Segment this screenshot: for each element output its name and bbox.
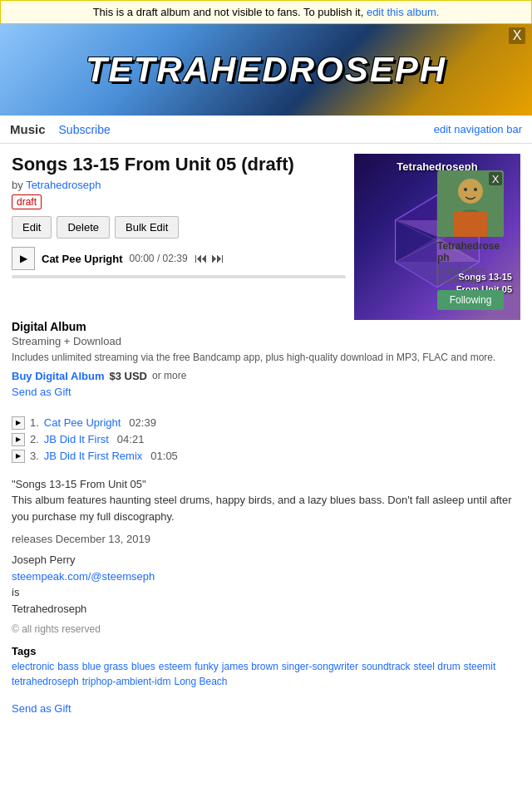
release-date: releases December 13, 2019 <box>12 533 520 545</box>
tag-funky[interactable]: funky <box>195 661 219 672</box>
tags-title: Tags <box>12 645 520 657</box>
follow-button[interactable]: Following <box>437 290 504 310</box>
player-prev-next[interactable]: ⏮ ⏭ <box>195 251 224 266</box>
sidebar-artist-name: Tetrahedroseph <box>437 240 520 263</box>
track-2-link[interactable]: JB Did It First <box>44 433 109 445</box>
player-time: 00:00 / 02:39 <box>130 253 188 264</box>
by-text: by <box>12 179 23 191</box>
nav-bar: Music Subscribe edit navigation bar <box>0 116 532 144</box>
buy-section: Buy Digital Album $3 USD or more <box>12 370 520 382</box>
artist-info: Joseph Perry steempeak.com/@steemseph is… <box>12 552 520 617</box>
edit-album-link[interactable]: edit this album. <box>367 6 439 18</box>
send-as-gift-link-bottom[interactable]: Send as Gift <box>12 702 520 715</box>
tag-steemit[interactable]: steemit <box>464 661 496 672</box>
prev-icon[interactable]: ⏮ <box>195 251 208 266</box>
header-close-icon[interactable]: X <box>509 27 525 44</box>
artist-site-link[interactable]: steempeak.com/@steemseph <box>12 570 155 583</box>
nav-edit-bar-link[interactable]: edit navigation bar <box>434 123 522 135</box>
next-icon[interactable]: ⏭ <box>211 251 224 266</box>
bottom-gift-section: Send as Gift <box>12 702 520 723</box>
description-body: This album features haunting steel drums… <box>12 492 520 524</box>
header-image: TETRAHEDROSEPH X <box>0 24 532 116</box>
tag-bass[interactable]: bass <box>57 661 78 672</box>
track-2-duration: 04:21 <box>117 433 145 445</box>
track-item-3: ▶ 3. JB Did It First Remix 01:05 <box>12 450 520 463</box>
digital-section: Digital Album Streaming + Download Inclu… <box>12 320 520 406</box>
tag-electronic[interactable]: electronic <box>12 661 54 672</box>
artist-alias: Tetrahedroseph <box>12 601 520 617</box>
description-quote: "Songs 13-15 From Unit 05" <box>12 476 520 493</box>
track-1-duration: 02:39 <box>129 416 156 429</box>
delete-button[interactable]: Delete <box>57 216 110 239</box>
avatar-close-icon[interactable]: X <box>489 172 502 185</box>
site-title: TETRAHEDROSEPH <box>86 50 446 90</box>
artist-avatar: X <box>437 170 504 237</box>
track-3-num: 3. <box>30 450 39 462</box>
progress-bar-container <box>12 275 346 278</box>
is-text: is <box>12 584 520 601</box>
artist-link[interactable]: Tetrahedroseph <box>26 179 101 191</box>
player-track-name: Cat Pee Upright <box>42 253 123 265</box>
tag-bluegrass[interactable]: blue grass <box>82 661 128 672</box>
draft-badge: draft <box>12 194 42 209</box>
track-1-num: 1. <box>30 416 39 429</box>
progress-bar[interactable] <box>12 275 346 278</box>
tag-steel-drum[interactable]: steel drum <box>414 661 461 672</box>
track-3-duration: 01:05 <box>150 450 178 462</box>
track-3-play-button[interactable]: ▶ <box>12 450 25 463</box>
track-item-1: ▶ 1. Cat Pee Upright 02:39 <box>12 416 520 430</box>
tag-soundtrack[interactable]: soundtrack <box>362 661 411 672</box>
tags-list: electronic bass blue grass blues esteem … <box>12 661 520 687</box>
buy-digital-link[interactable]: Buy Digital Album <box>12 370 104 382</box>
tag-esteem[interactable]: esteem <box>159 661 191 672</box>
bulk-edit-button[interactable]: Bulk Edit <box>115 216 179 239</box>
play-button[interactable]: ▶ <box>12 247 35 270</box>
action-buttons: Edit Delete Bulk Edit <box>12 216 346 239</box>
nav-subscribe-link[interactable]: Subscribe <box>59 123 111 136</box>
includes-text: Includes unlimited streaming via the fre… <box>12 351 520 365</box>
svg-rect-15 <box>454 212 487 237</box>
digital-title: Digital Album <box>12 320 520 333</box>
track-3-link[interactable]: JB Did It First Remix <box>44 450 142 462</box>
svg-point-16 <box>464 188 467 191</box>
sidebar-artist-location: Long Beach,California <box>437 265 520 285</box>
tags-section: Tags electronic bass blue grass blues es… <box>12 645 520 687</box>
send-as-gift-link-top[interactable]: Send as Gift <box>12 386 520 398</box>
svg-point-17 <box>474 188 477 191</box>
track-1-play-button[interactable]: ▶ <box>12 416 25 430</box>
tag-tetrahedroseph[interactable]: tetrahedroseph <box>12 676 79 687</box>
or-more-text: or more <box>152 370 186 381</box>
track-item-2: ▶ 2. JB Did It First 04:21 <box>12 433 520 446</box>
tag-triphop[interactable]: triphop-ambient-idm <box>82 676 171 687</box>
artist-sidebar: X Tetrahedroseph Long Beach,California F… <box>437 170 520 310</box>
tag-long-beach[interactable]: Long Beach <box>174 676 227 687</box>
track-2-play-button[interactable]: ▶ <box>12 433 25 446</box>
copyright: © all rights reserved <box>12 623 520 635</box>
nav-music-link[interactable]: Music <box>10 122 46 136</box>
svg-point-13 <box>458 179 483 204</box>
album-title: Songs 13-15 From Unit 05 (draft) <box>12 154 346 175</box>
artist-full-name: Joseph Perry <box>12 552 520 568</box>
edit-button[interactable]: Edit <box>12 216 52 239</box>
draft-banner: This is a draft album and not visible to… <box>0 0 532 24</box>
description: "Songs 13-15 From Unit 05" This album fe… <box>12 476 520 525</box>
draft-banner-text: This is a draft album and not visible to… <box>93 6 367 18</box>
track-2-num: 2. <box>30 433 39 445</box>
player-controls: ▶ Cat Pee Upright 00:00 / 02:39 ⏮ ⏭ <box>12 247 346 270</box>
tag-singer-songwriter[interactable]: singer-songwriter <box>282 661 358 672</box>
tag-james-brown[interactable]: james brown <box>222 661 278 672</box>
tag-blues[interactable]: blues <box>131 661 155 672</box>
track-list: ▶ 1. Cat Pee Upright 02:39 ▶ 2. JB Did I… <box>12 416 520 466</box>
price-text: $3 USD <box>109 370 147 382</box>
streaming-text: Streaming + Download <box>12 335 520 347</box>
track-1-link[interactable]: Cat Pee Upright <box>44 416 121 429</box>
album-artist: by Tetrahedroseph <box>12 179 346 191</box>
